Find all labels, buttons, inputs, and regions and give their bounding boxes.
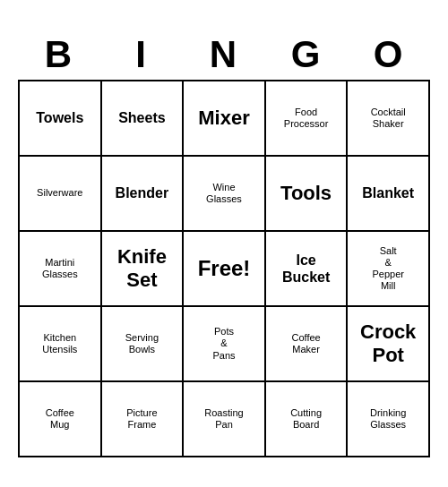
bingo-cell: KnifeSet bbox=[102, 232, 185, 307]
bingo-cell: DrinkingGlasses bbox=[348, 382, 430, 457]
bingo-cell: PictureFrame bbox=[102, 382, 185, 457]
bingo-cell: ServingBowls bbox=[102, 307, 185, 382]
cell-text: Silverware bbox=[37, 187, 82, 199]
cell-text: WineGlasses bbox=[206, 182, 242, 205]
cell-text: IceBucket bbox=[282, 252, 330, 286]
cell-text: Salt&PepperMill bbox=[372, 245, 403, 293]
cell-text: Towels bbox=[36, 109, 83, 126]
cell-text: CrockPot bbox=[360, 320, 416, 368]
cell-text: FoodProcessor bbox=[284, 107, 329, 130]
bingo-cell: Blanket bbox=[348, 157, 430, 232]
bingo-cell: MartiniGlasses bbox=[20, 232, 102, 307]
cell-text: CoffeeMug bbox=[46, 407, 74, 431]
bingo-cell: Salt&PepperMill bbox=[348, 232, 430, 307]
header-letter: B bbox=[18, 30, 100, 80]
cell-text: Tools bbox=[280, 182, 332, 205]
bingo-cell: CuttingBoard bbox=[266, 382, 349, 457]
bingo-cell: CocktailShaker bbox=[348, 81, 430, 157]
bingo-cell: CrockPot bbox=[348, 307, 430, 382]
cell-text: CocktailShaker bbox=[371, 107, 406, 130]
bingo-grid: TowelsSheetsMixerFoodProcessorCocktailSh… bbox=[18, 80, 430, 457]
cell-text: MartiniGlasses bbox=[42, 257, 78, 280]
bingo-cell: Towels bbox=[20, 81, 102, 157]
bingo-header: BINGO bbox=[18, 30, 430, 80]
cell-text: DrinkingGlasses bbox=[370, 407, 406, 431]
header-letter: I bbox=[100, 30, 183, 80]
cell-text: CoffeeMaker bbox=[291, 332, 320, 355]
bingo-cell: Tools bbox=[266, 157, 349, 232]
cell-text: CuttingBoard bbox=[290, 407, 322, 431]
header-letter: O bbox=[348, 30, 430, 80]
bingo-cell: IceBucket bbox=[266, 232, 349, 307]
cell-text: Mixer bbox=[198, 107, 249, 130]
cell-text: ServingBowls bbox=[125, 332, 159, 355]
cell-text: Pots&Pans bbox=[212, 326, 235, 362]
bingo-cell: WineGlasses bbox=[184, 157, 266, 232]
bingo-cell: RoastingPan bbox=[184, 382, 266, 457]
cell-text: Free! bbox=[198, 256, 251, 282]
cell-text: KnifeSet bbox=[117, 245, 167, 293]
cell-text: Blanket bbox=[362, 184, 414, 201]
bingo-cell: Blender bbox=[102, 157, 185, 232]
bingo-cell: CoffeeMaker bbox=[266, 307, 349, 382]
bingo-cell: CoffeeMug bbox=[20, 382, 102, 457]
header-letter: G bbox=[265, 30, 348, 80]
cell-text: RoastingPan bbox=[204, 407, 243, 431]
bingo-cell: FoodProcessor bbox=[266, 81, 349, 157]
cell-text: Blender bbox=[116, 184, 169, 201]
cell-text: PictureFrame bbox=[126, 407, 157, 431]
cell-text: Sheets bbox=[118, 109, 165, 126]
bingo-cell: Pots&Pans bbox=[184, 307, 266, 382]
header-letter: N bbox=[183, 30, 265, 80]
bingo-cell: KitchenUtensils bbox=[20, 307, 102, 382]
bingo-cell: Mixer bbox=[184, 81, 266, 157]
bingo-cell: Sheets bbox=[102, 81, 185, 157]
bingo-card: BINGO TowelsSheetsMixerFoodProcessorCock… bbox=[9, 21, 439, 466]
bingo-cell: Silverware bbox=[20, 157, 102, 232]
cell-text: KitchenUtensils bbox=[42, 332, 77, 355]
bingo-cell: Free! bbox=[184, 232, 266, 307]
